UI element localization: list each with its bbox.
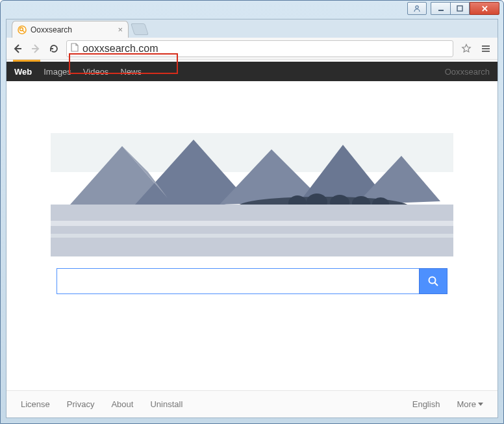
address-bar[interactable]: ooxxsearch.com (66, 40, 453, 57)
maximize-icon (457, 5, 463, 12)
close-icon: ✕ (481, 4, 488, 14)
landscape-illustration (51, 94, 453, 256)
minimize-icon (438, 5, 444, 12)
footer-language[interactable]: English (412, 399, 440, 409)
page-content: Web Images Videos News Ooxxsearch (6, 60, 498, 418)
category-menubar: Web Images Videos News Ooxxsearch (6, 62, 498, 81)
address-bar-text: ooxxsearch.com (82, 43, 158, 55)
bookmark-button[interactable] (460, 42, 473, 55)
browser-toolbar: ooxxsearch.com (6, 38, 498, 60)
arrow-left-icon (12, 44, 23, 54)
back-button[interactable] (12, 43, 23, 55)
search-input[interactable] (57, 268, 419, 294)
footer: License Privacy About Uninstall English … (6, 390, 498, 418)
footer-link-about[interactable]: About (111, 399, 133, 409)
svg-rect-19 (51, 205, 453, 256)
footer-more-label: More (457, 399, 476, 409)
search-button[interactable] (419, 268, 447, 294)
footer-more[interactable]: More (457, 399, 483, 409)
browser-menu-button[interactable] (479, 42, 492, 55)
favicon-icon (18, 25, 27, 34)
menu-item-news[interactable]: News (120, 67, 142, 77)
svg-rect-20 (51, 221, 453, 226)
footer-link-license[interactable]: License (21, 399, 50, 409)
brand-label: Ooxxsearch (445, 67, 490, 77)
maximize-button[interactable] (450, 2, 470, 15)
svg-line-23 (435, 283, 438, 286)
arrow-right-icon (31, 44, 41, 54)
menu-item-videos[interactable]: Videos (83, 67, 109, 77)
page-icon (71, 43, 79, 55)
search-icon (427, 275, 439, 287)
tab-close-icon[interactable]: × (118, 25, 123, 34)
hero-area (6, 81, 498, 390)
browser-tab[interactable]: Ooxxsearch × (12, 21, 129, 38)
menu-item-images[interactable]: Images (44, 67, 71, 77)
svg-point-22 (429, 277, 436, 284)
tab-title: Ooxxsearch (31, 25, 114, 34)
window-frame: ✕ Ooxxsearch × (0, 0, 504, 424)
new-tab-button[interactable] (131, 23, 149, 35)
search-row (57, 268, 447, 294)
user-icon (413, 5, 421, 12)
svg-rect-1 (438, 10, 444, 11)
hamburger-icon (481, 44, 490, 53)
close-button[interactable]: ✕ (470, 2, 499, 15)
minimize-button[interactable] (431, 2, 450, 15)
browser-chrome: Ooxxsearch × ooxxsearch.com (6, 19, 498, 418)
user-button[interactable] (407, 2, 427, 15)
reload-button[interactable] (48, 43, 60, 55)
svg-point-3 (18, 26, 26, 34)
footer-link-uninstall[interactable]: Uninstall (150, 399, 183, 409)
forward-button[interactable] (30, 43, 42, 55)
chevron-down-icon (478, 403, 483, 406)
reload-icon (49, 44, 59, 54)
svg-rect-21 (51, 234, 453, 238)
svg-point-0 (416, 6, 418, 8)
tab-strip: Ooxxsearch × (6, 19, 498, 38)
footer-link-privacy[interactable]: Privacy (67, 399, 95, 409)
svg-rect-2 (457, 6, 462, 11)
star-icon (461, 44, 472, 54)
menu-item-web[interactable]: Web (14, 67, 32, 77)
titlebar: ✕ (1, 1, 503, 19)
